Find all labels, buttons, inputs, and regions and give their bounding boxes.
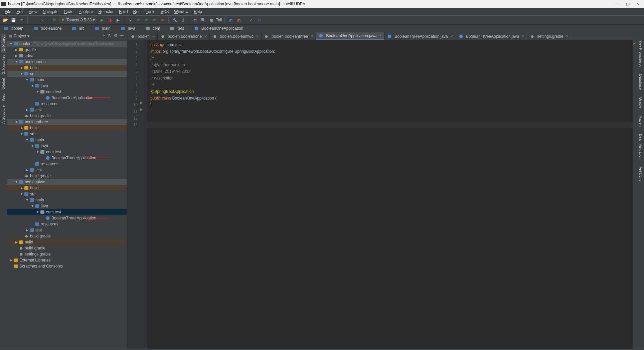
left-tab-1--project[interactable]: 1: Project: [1, 33, 6, 53]
right-tab-bean-validation[interactable]: Bean Validation: [638, 132, 643, 161]
tree-node[interactable]: ▶BooleanThreeApplication: [7, 155, 127, 161]
tree-node[interactable]: ▶test: [7, 107, 127, 113]
left-tab-web[interactable]: Web: [1, 92, 6, 103]
editor-scrollbar[interactable]: ✔: [633, 40, 637, 349]
tree-node[interactable]: ▶gradle: [7, 47, 127, 53]
structure-icon[interactable]: ⎙: [179, 17, 186, 23]
save-icon[interactable]: 💾: [10, 17, 17, 23]
tree-node[interactable]: ▶build: [7, 185, 127, 191]
gear-icon[interactable]: ⚙: [113, 33, 119, 39]
right-tab-ant-build[interactable]: Ant Build: [638, 165, 643, 183]
tree-node[interactable]: ▼src: [7, 131, 127, 137]
maximize-button[interactable]: ▢: [623, 2, 633, 6]
crumb-test[interactable]: test: [168, 26, 192, 31]
crumb-com[interactable]: com: [143, 26, 168, 31]
tree-node[interactable]: ▼main: [7, 197, 127, 203]
close-tab-icon[interactable]: ×: [311, 34, 313, 39]
hammer-icon[interactable]: ⚒: [51, 17, 57, 23]
run-config-combo[interactable]: ⛛ Tomcat 8.5.33 ▾: [59, 17, 97, 23]
run-icon[interactable]: ▶: [99, 17, 105, 23]
tree-node[interactable]: ▼booleanthree: [7, 119, 127, 125]
tree-node[interactable]: ▶build: [7, 65, 127, 71]
hide-icon[interactable]: —: [119, 33, 125, 39]
menu-run[interactable]: Run: [131, 9, 143, 15]
editor-tab[interactable]: ⬣boolen×: [128, 33, 158, 40]
right-tab-database[interactable]: Database: [638, 72, 643, 92]
menu-vcs[interactable]: VCS: [158, 9, 172, 15]
menu-navigate[interactable]: Navigate: [40, 9, 61, 15]
crumb-src[interactable]: src: [70, 26, 93, 31]
screenshot-icon[interactable]: ⧉: [192, 17, 198, 23]
editor-tab[interactable]: ⬣boolen.booleanthree×: [262, 33, 316, 40]
forward-icon[interactable]: →: [38, 17, 45, 23]
right-tab-maven[interactable]: Maven: [638, 114, 643, 129]
tree-node[interactable]: ▼com.test: [7, 89, 127, 95]
menu-file[interactable]: File: [2, 9, 14, 15]
menu-window[interactable]: Window: [171, 9, 191, 15]
open-icon[interactable]: 📂: [2, 17, 9, 23]
rerun-icon[interactable]: ⟳: [135, 17, 142, 23]
left-tab-7--structure[interactable]: 7: Structure: [1, 103, 6, 126]
tree-node[interactable]: ▶⬣build.gradle: [7, 233, 127, 239]
close-tab-icon[interactable]: ×: [152, 34, 155, 39]
editor-tab[interactable]: ⬣settings.gradle×: [527, 33, 571, 40]
wrench-icon[interactable]: 🔧: [171, 17, 178, 23]
coverage-icon[interactable]: ▶: [115, 17, 121, 23]
editor-tab[interactable]: BooleanThreeApplication.java×: [456, 33, 527, 40]
menu-edit[interactable]: Edit: [14, 9, 26, 15]
check-icon[interactable]: ✔: [248, 17, 255, 23]
collapse-icon[interactable]: ⇱: [107, 33, 113, 39]
tree-node[interactable]: ▶resources: [7, 221, 127, 227]
tree-node[interactable]: ▶⬣settings.gradle: [7, 251, 127, 257]
left-tab-2--favorites[interactable]: 2: Favorites: [1, 53, 6, 76]
jrebel-icon[interactable]: ⟳: [143, 17, 150, 23]
tree-node[interactable]: ▶⬣build.gradle: [7, 245, 127, 251]
block-icon[interactable]: ⊘: [256, 17, 263, 23]
chevron-down-icon[interactable]: ▾: [27, 34, 29, 38]
tree-node[interactable]: ▶resources: [7, 161, 127, 167]
tree-node[interactable]: ▶BooleanOneApplication: [7, 95, 127, 101]
tree-node[interactable]: ▶External Libraries: [7, 257, 127, 263]
editor-tab[interactable]: BooleanOneApplication.java×: [316, 32, 384, 40]
tree-node[interactable]: ▶build: [7, 125, 127, 131]
tree-node[interactable]: ▼src: [7, 191, 127, 197]
right-tab-key-promoter-x[interactable]: Key Promoter X: [638, 39, 643, 69]
tail-label[interactable]: Tail: [216, 17, 222, 23]
tree-node[interactable]: ▼com.test: [7, 209, 127, 215]
badge1-icon[interactable]: ◩: [227, 17, 234, 23]
attach-icon[interactable]: ⇲: [127, 17, 134, 23]
menu-code[interactable]: Code: [61, 9, 76, 15]
tree-node[interactable]: ▶Scratches and Consoles: [7, 263, 127, 269]
editor-tab[interactable]: ⬣boolen.booleantwo×: [210, 33, 262, 40]
menu-view[interactable]: View: [26, 9, 40, 15]
editor-tab[interactable]: ⬣boolen.booleanone×: [158, 33, 210, 40]
editor-tab[interactable]: BooleanThreeApplication.java×: [384, 33, 456, 40]
run-gutter-icon[interactable]: ▶: [140, 101, 143, 105]
crumb-java[interactable]: java: [119, 26, 143, 31]
tree-node[interactable]: ▶resources: [7, 101, 127, 107]
menu-refactor[interactable]: Refactor: [96, 9, 116, 15]
crumb-boolen[interactable]: boolen: [2, 26, 31, 31]
tree-node[interactable]: ▼java: [7, 203, 127, 209]
menu-analyze[interactable]: Analyze: [76, 9, 96, 15]
tree-node[interactable]: ▼boolenF:\java\javaGit\springbootGradle\…: [7, 41, 127, 47]
badge2-icon[interactable]: ◩: [235, 17, 242, 23]
close-tab-icon[interactable]: ×: [204, 34, 207, 39]
close-button[interactable]: ✕: [633, 2, 643, 6]
refresh-icon[interactable]: ⟳: [18, 17, 25, 23]
close-tab-icon[interactable]: ×: [566, 34, 568, 39]
target-icon[interactable]: ⌖: [101, 33, 107, 39]
right-tab-gradle[interactable]: Gradle: [638, 95, 643, 110]
menu-build[interactable]: Build: [116, 9, 131, 15]
tree-node[interactable]: ▼booleantwo: [7, 179, 127, 185]
back-icon[interactable]: ←: [30, 17, 37, 23]
code-editor[interactable]: package com.test;import org.springframew…: [147, 40, 633, 349]
tree-node[interactable]: ▶.idea: [7, 53, 127, 59]
tree-node[interactable]: ▼java: [7, 143, 127, 149]
minimize-button[interactable]: —: [613, 2, 623, 6]
run-gutter-icon[interactable]: ▶: [140, 108, 143, 111]
tree-node[interactable]: ▶⬣build.gradle: [7, 113, 127, 119]
tree-node[interactable]: ▼java: [7, 83, 127, 89]
tree-node[interactable]: ▼booleanone: [7, 59, 127, 65]
search-icon[interactable]: 🔍: [200, 17, 206, 23]
